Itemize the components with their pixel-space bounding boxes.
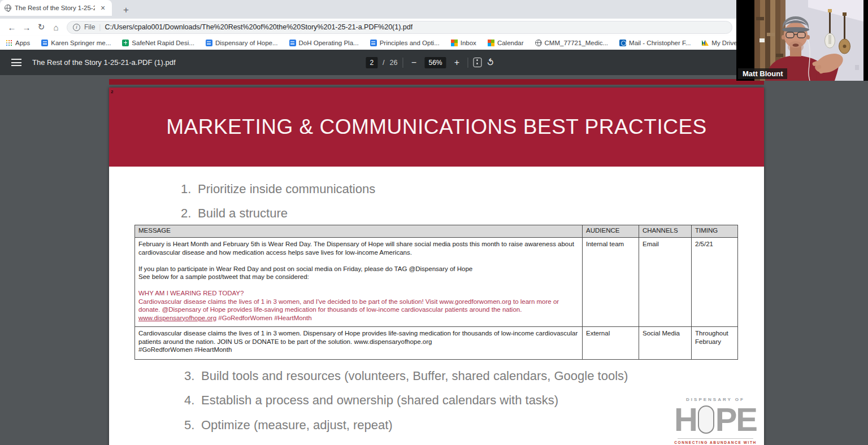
- bookmark-principles[interactable]: Principles and Opti...: [370, 40, 440, 46]
- page-number-badge: 2: [111, 89, 113, 94]
- info-icon[interactable]: i: [73, 24, 80, 31]
- browser-tab[interactable]: The Rest of the Story 1-25-21-a.P ×: [0, 0, 112, 16]
- globe-icon: [535, 40, 542, 46]
- col-header-timing: TIMING: [692, 225, 738, 238]
- toolbar-divider: [402, 58, 403, 68]
- address-separator: |: [99, 23, 101, 31]
- bookmark-apps[interactable]: Apps: [6, 40, 30, 46]
- zoom-level[interactable]: 56%: [424, 57, 446, 68]
- timing-cell: 2/5/21: [692, 238, 738, 327]
- google-doc-icon: [41, 40, 48, 46]
- hamburger-menu-icon[interactable]: [11, 59, 21, 66]
- webcam-video-overlay: Matt Blount: [736, 0, 868, 81]
- google-doc-icon: [289, 40, 296, 46]
- google-doc-icon: [370, 40, 377, 46]
- outlook-icon: [619, 40, 626, 46]
- pill-icon: [698, 405, 714, 434]
- rotate-icon[interactable]: ↺: [484, 56, 497, 69]
- table-row: Cardiovascular disease claims the lives …: [135, 327, 738, 360]
- participant-name-label: Matt Blount: [738, 68, 787, 79]
- reload-icon[interactable]: ↻: [34, 22, 49, 32]
- bookmark-inbox[interactable]: Inbox: [451, 40, 476, 46]
- new-tab-button[interactable]: +: [123, 5, 129, 16]
- col-header-message: MESSAGE: [135, 225, 583, 238]
- microsoft-icon: [488, 40, 494, 46]
- audience-cell: External: [583, 327, 639, 360]
- audience-cell: Internal team: [583, 238, 639, 327]
- address-url: C:/Users/cpalo001/Downloads/The%20Rest%2…: [105, 23, 413, 31]
- tab-title: The Rest of the Story 1-25-21-a.P: [15, 5, 95, 11]
- apps-grid-icon: [6, 40, 12, 46]
- slide-title-banner: MARKETING & COMMUNICATIONS BEST PRACTICE…: [109, 88, 764, 167]
- list-item: 4. Establish a process and ownership (sh…: [184, 393, 558, 408]
- message-cell: February is Heart Month and February 5th…: [135, 238, 583, 327]
- bookmark-safenet[interactable]: SafeNet Rapid Desi...: [122, 40, 194, 46]
- pdf-viewport[interactable]: MARKETING & COMMUNICATIONS BEST PRACTICE…: [0, 75, 868, 445]
- channels-cell: Email: [639, 238, 692, 327]
- dispensary-link[interactable]: www.dispensaryofhope.org: [138, 315, 216, 321]
- bookmark-mail[interactable]: Mail - Christopher F...: [619, 40, 691, 46]
- bookmark-my-drive[interactable]: My Drive: [702, 40, 737, 46]
- timing-cell: Throughout February: [692, 327, 738, 360]
- bookmark-karen-springer[interactable]: Karen Springer me...: [41, 40, 111, 46]
- bookmark-dispensary[interactable]: Dispensary of Hope...: [206, 40, 278, 46]
- list-item: 5. Optimize (measure, adjust, repeat): [184, 418, 393, 433]
- microsoft-icon: [451, 40, 458, 46]
- table-header-row: MESSAGE AUDIENCE CHANNELS TIMING: [135, 225, 738, 238]
- back-icon[interactable]: ←: [5, 23, 19, 32]
- list-item: 2. Build a structure: [181, 206, 288, 221]
- fit-page-icon[interactable]: [474, 58, 482, 67]
- zoom-out-icon[interactable]: −: [408, 58, 419, 68]
- list-item: 1. Prioritize inside communications: [181, 182, 375, 197]
- page-separator: /: [383, 59, 384, 67]
- page-total: 26: [390, 59, 398, 67]
- bookmark-doh-operating[interactable]: DoH Operating Pla...: [289, 40, 359, 46]
- pdf-document-title: The Rest of the Story 1-25-21-a.PDF (1).…: [32, 58, 176, 67]
- previous-page-edge: [109, 79, 764, 85]
- pdf-page: MARKETING & COMMUNICATIONS BEST PRACTICE…: [109, 88, 764, 445]
- address-file-label: File: [84, 23, 95, 31]
- slide-title: MARKETING & COMMUNICATIONS BEST PRACTICE…: [109, 88, 764, 167]
- channels-cell: Social Media: [639, 327, 692, 360]
- tab-close-icon[interactable]: ×: [98, 4, 107, 12]
- dispensary-of-hope-logo: DISPENSARY OF H P E CONNECTING ABUNDANCE…: [674, 397, 757, 445]
- forward-icon[interactable]: →: [19, 23, 34, 32]
- toolbar-divider: [468, 58, 468, 68]
- bookmark-calendar[interactable]: Calendar: [488, 40, 524, 46]
- message-plan-table: MESSAGE AUDIENCE CHANNELS TIMING Februar…: [134, 225, 738, 360]
- col-header-audience: AUDIENCE: [583, 225, 639, 238]
- bookmark-cmm[interactable]: CMM_77721_Medic...: [535, 40, 609, 46]
- drive-icon: [702, 40, 709, 46]
- home-icon[interactable]: ⌂: [49, 23, 63, 32]
- address-bar[interactable]: i File | C:/Users/cpalo001/Downloads/The…: [67, 21, 732, 34]
- message-cell: Cardiovascular disease claims the lives …: [135, 327, 583, 360]
- google-doc-icon: [206, 40, 212, 46]
- list-item: 3. Build tools and resources (volunteers…: [184, 369, 628, 383]
- table-row: February is Heart Month and February 5th…: [135, 238, 738, 327]
- zoom-in-icon[interactable]: +: [452, 58, 463, 68]
- tab-favicon-globe-icon: [5, 5, 11, 11]
- google-sheet-icon: [122, 40, 129, 46]
- col-header-channels: CHANNELS: [639, 225, 692, 238]
- page-number-input[interactable]: 2: [366, 57, 377, 68]
